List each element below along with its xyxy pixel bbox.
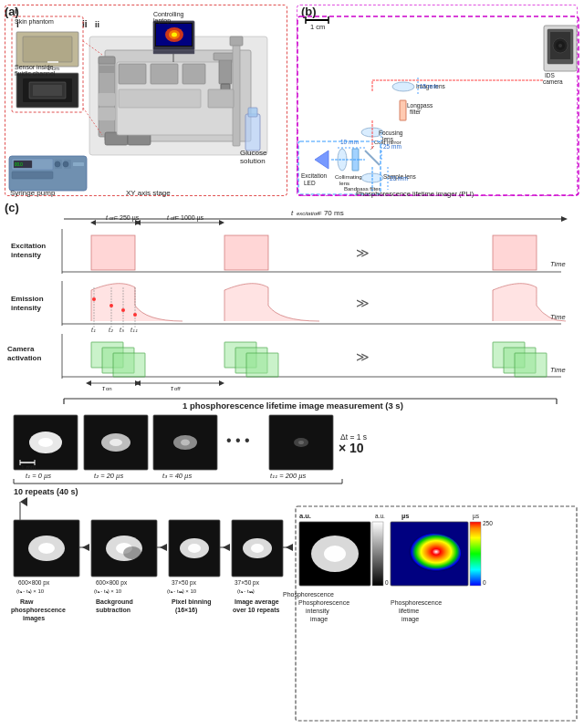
svg-text:off: off — [174, 386, 181, 391]
svg-point-153 — [121, 308, 125, 312]
svg-text:t₃ = 40 µs: t₃ = 40 µs — [162, 472, 192, 480]
svg-rect-270 — [470, 522, 481, 586]
svg-text:lifetime: lifetime — [399, 608, 419, 614]
svg-text:subtraction: subtraction — [96, 607, 130, 613]
svg-text:≫: ≫ — [356, 245, 370, 260]
svg-point-236 — [188, 544, 201, 553]
svg-text:t₅: t₅ — [120, 327, 124, 333]
svg-text:(t₁ - t₁) × 10: (t₁ - t₁) × 10 — [94, 588, 122, 594]
svg-point-227 — [123, 546, 141, 559]
svg-rect-163 — [224, 342, 256, 368]
svg-rect-161 — [102, 348, 134, 373]
svg-point-186 — [29, 432, 62, 453]
svg-marker-119 — [135, 220, 141, 225]
svg-rect-168 — [504, 348, 536, 373]
svg-text:µs: µs — [402, 512, 410, 520]
svg-marker-125 — [219, 220, 224, 225]
svg-rect-197 — [153, 415, 217, 470]
svg-text:τ: τ — [102, 384, 106, 392]
svg-text:(t₁ - t₁₁): (t₁ - t₁₁) — [237, 588, 255, 594]
svg-text:over 10 repeats: over 10 repeats — [233, 607, 279, 614]
svg-point-225 — [106, 536, 142, 561]
svg-text:t: t — [167, 214, 170, 221]
svg-marker-118 — [90, 220, 96, 225]
svg-text:0: 0 — [483, 579, 486, 586]
panel-a-border — [5, 5, 287, 196]
svg-point-194 — [101, 433, 130, 452]
svg-point-256 — [324, 546, 346, 562]
svg-rect-234 — [169, 520, 220, 577]
svg-text:t₁ = 0 µs: t₁ = 0 µs — [26, 472, 51, 480]
svg-text:Pixel binning: Pixel binning — [172, 598, 212, 606]
svg-text:on: on — [106, 386, 112, 391]
svg-point-235 — [180, 538, 209, 558]
svg-rect-243 — [232, 520, 283, 577]
panel-c-label: (c) — [5, 201, 19, 214]
svg-text:intensity: intensity — [11, 251, 41, 259]
svg-text:= 250 µs: = 250 µs — [114, 214, 140, 222]
svg-rect-165 — [246, 353, 278, 377]
svg-text:on: on — [110, 215, 115, 221]
svg-text:= 1000 µs: = 1000 µs — [175, 214, 204, 222]
svg-text:1 mm: 1 mm — [21, 464, 36, 471]
svg-text:600×800 px: 600×800 px — [18, 579, 50, 587]
svg-marker-178 — [219, 380, 224, 386]
svg-text:10 repeats (40 s): 10 repeats (40 s) — [14, 487, 78, 496]
svg-text:t: t — [291, 209, 294, 217]
svg-rect-133 — [91, 235, 135, 270]
svg-text:images: images — [23, 615, 45, 622]
svg-text:37×50 px: 37×50 px — [235, 579, 260, 587]
svg-marker-173 — [135, 380, 141, 386]
svg-rect-261 — [372, 522, 383, 586]
figure-container: (a) (b) (c) i ii 1 cm Skin phantom Senso… — [0, 0, 584, 728]
svg-text:a.u.: a.u. — [299, 512, 311, 520]
svg-point-198 — [173, 435, 197, 450]
panel-b-label: (b) — [301, 5, 317, 18]
svg-text:t₂ = 20 µs: t₂ = 20 µs — [94, 472, 123, 480]
svg-text:(t₁ - t₁₁) × 10: (t₁ - t₁₁) × 10 — [167, 588, 197, 594]
svg-marker-212 — [20, 497, 27, 506]
svg-marker-250 — [286, 544, 293, 551]
svg-text:0: 0 — [385, 579, 389, 586]
svg-text:intensity: intensity — [11, 304, 41, 312]
panel-b-border — [297, 5, 578, 196]
svg-text:Time: Time — [550, 366, 566, 374]
svg-point-154 — [133, 313, 137, 317]
svg-text:≫: ≫ — [356, 349, 370, 364]
svg-point-215 — [28, 536, 65, 561]
svg-rect-265 — [391, 522, 468, 586]
svg-text:t₁: t₁ — [91, 327, 96, 333]
svg-point-203 — [294, 438, 308, 447]
svg-point-244 — [243, 538, 272, 558]
svg-marker-172 — [86, 380, 91, 386]
svg-text:Phosphorescence: Phosphorescence — [391, 599, 442, 607]
svg-rect-160 — [91, 342, 123, 368]
svg-rect-169 — [515, 353, 547, 377]
svg-text:a.u.: a.u. — [375, 513, 385, 519]
svg-marker-177 — [135, 380, 141, 386]
svg-point-187 — [38, 438, 53, 447]
svg-rect-193 — [84, 415, 148, 470]
svg-rect-185 — [14, 415, 78, 470]
svg-point-216 — [38, 543, 55, 554]
svg-text:Emission: Emission — [11, 295, 44, 303]
svg-text:× 10: × 10 — [339, 441, 364, 455]
svg-text:image: image — [310, 616, 328, 623]
svg-text:τ: τ — [171, 384, 174, 392]
svg-text:activation: activation — [7, 354, 41, 362]
svg-text:Phosphorescence: Phosphorescence — [283, 591, 334, 598]
svg-marker-222 — [82, 544, 89, 551]
svg-rect-202 — [269, 415, 333, 470]
svg-text:image: image — [402, 616, 419, 623]
svg-text:Excitation: Excitation — [11, 242, 46, 250]
svg-text:Background: Background — [96, 598, 133, 606]
svg-point-204 — [298, 441, 304, 444]
svg-text:excitation: excitation — [297, 211, 320, 216]
svg-text:• • •: • • • — [226, 432, 250, 448]
svg-text:250: 250 — [483, 520, 493, 526]
svg-marker-241 — [223, 544, 230, 551]
svg-text:t₁₁ = 200 µs: t₁₁ = 200 µs — [270, 472, 307, 480]
svg-text:phosphorescence: phosphorescence — [11, 607, 66, 614]
svg-text:1 phosphorescence lifetime ima: 1 phosphorescence lifetime image measure… — [182, 400, 403, 411]
svg-point-152 — [110, 304, 113, 307]
